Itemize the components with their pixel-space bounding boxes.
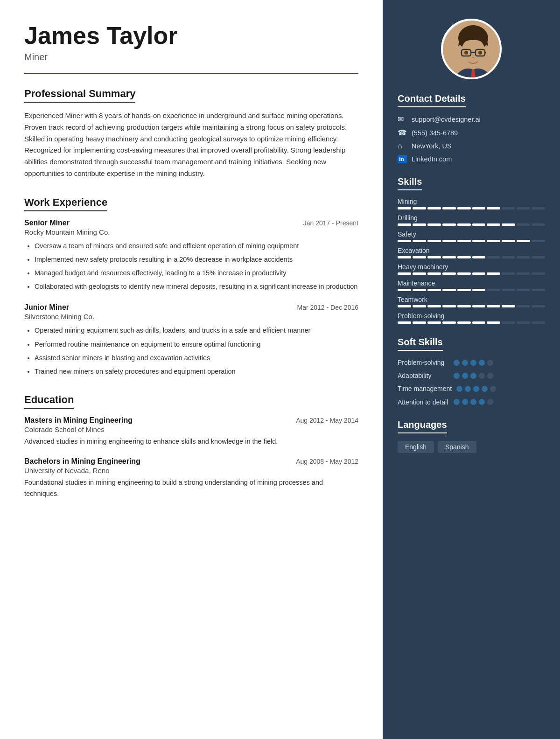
soft-skill-name: Attention to detail (398, 398, 449, 406)
edu-header-1: Bachelors in Mining Engineering Aug 2008… (24, 457, 358, 466)
languages-list: EnglishSpanish (398, 441, 545, 453)
header-divider (24, 73, 358, 74)
contact-linkedin: in LinkedIn.com (398, 155, 545, 163)
skill-segment (502, 305, 515, 307)
dots-container (454, 360, 493, 366)
edu-desc-0: Advanced studies in mining engineering t… (24, 436, 358, 447)
skill-segment (472, 321, 486, 324)
skill-item: Mining (398, 198, 545, 209)
skill-segment (398, 289, 411, 291)
edu-entry-1: Bachelors in Mining Engineering Aug 2008… (24, 457, 358, 499)
bullet-0-2: Managed budget and resources effectively… (35, 268, 358, 279)
skill-dot (479, 360, 485, 366)
skill-segment (427, 223, 441, 226)
skill-bar (398, 256, 545, 258)
skill-segment (487, 207, 500, 209)
soft-skill-item: Adaptability (398, 371, 545, 380)
contact-heading: Contact Details (398, 93, 466, 107)
soft-skills-list: Problem-solvingAdaptabilityTime manageme… (398, 358, 545, 406)
skill-segment (472, 223, 486, 226)
skill-bar (398, 272, 545, 275)
skill-segment (487, 305, 500, 307)
skill-segment (502, 289, 515, 291)
skill-segment (413, 272, 426, 275)
skill-dot (462, 373, 468, 379)
edu-school-1: University of Nevada, Reno (24, 467, 358, 474)
skill-segment (457, 289, 471, 291)
skill-segment (517, 321, 530, 324)
skill-item: Safety (398, 230, 545, 242)
skill-segment (398, 305, 411, 307)
dots-container (454, 373, 493, 379)
skill-dot (487, 360, 493, 366)
skill-bar (398, 289, 545, 291)
avatar-container (383, 0, 560, 93)
svg-point-11 (478, 51, 482, 55)
skill-segment (427, 207, 441, 209)
skill-item: Drilling (398, 214, 545, 226)
soft-skill-item: Problem-solving (398, 358, 545, 367)
skill-segment (532, 289, 545, 291)
skill-segment (413, 289, 426, 291)
skill-segment (457, 256, 471, 258)
edu-degree-1: Bachelors in Mining Engineering (24, 457, 140, 466)
phone-icon: ☎ (398, 128, 407, 137)
dots-container (456, 386, 496, 392)
skill-segment (532, 321, 545, 324)
skill-segment (398, 321, 411, 324)
skill-dot (487, 399, 493, 405)
experience-heading: Work Experience (24, 196, 107, 211)
soft-skills-heading: Soft Skills (398, 337, 443, 351)
skill-dot (490, 386, 496, 392)
skill-dot (479, 373, 485, 379)
skill-dot (470, 360, 476, 366)
skill-name: Drilling (398, 214, 545, 222)
soft-skill-item: Time management (398, 384, 545, 393)
education-heading: Education (24, 394, 74, 409)
candidate-title: Miner (24, 52, 358, 63)
skill-name: Safety (398, 230, 545, 238)
contact-location: ⌂ NewYork, US (398, 142, 545, 150)
skill-segment (413, 305, 426, 307)
skill-item: Problem-solving (398, 312, 545, 324)
skill-segment (427, 272, 441, 275)
skill-segment (487, 223, 500, 226)
skill-segment (517, 223, 530, 226)
skill-segment (442, 207, 456, 209)
education-section: Education Masters in Mining Engineering … (24, 394, 358, 499)
skill-segment (413, 223, 426, 226)
phone-value: (555) 345-6789 (412, 129, 458, 137)
job-company-0: Rocky Mountain Mining Co. (24, 228, 358, 236)
skill-segment (502, 321, 515, 324)
contact-section: Contact Details ✉ support@cvdesigner.ai … (383, 93, 560, 163)
skill-segment (472, 272, 486, 275)
skill-segment (502, 223, 515, 226)
language-tag: Spanish (438, 441, 476, 453)
skill-segment (517, 305, 530, 307)
skill-dot (479, 399, 485, 405)
skill-segment (413, 240, 426, 242)
skill-segment (487, 289, 500, 291)
skill-segment (487, 256, 500, 258)
skill-segment (398, 207, 411, 209)
edu-desc-1: Foundational studies in mining engineeri… (24, 477, 358, 499)
skill-dot (454, 360, 460, 366)
edu-degree-0: Masters in Mining Engineering (24, 416, 133, 425)
skill-dot (454, 373, 460, 379)
skill-segment (532, 256, 545, 258)
skill-segment (472, 305, 486, 307)
edu-dates-1: Aug 2008 - May 2012 (296, 458, 358, 465)
skill-segment (517, 289, 530, 291)
skill-name: Teamwork (398, 296, 545, 303)
soft-skill-item: Attention to detail (398, 398, 545, 406)
job-bullets-1: Operated mining equipment such as drills… (24, 325, 358, 377)
skills-heading: Skills (398, 176, 422, 190)
skill-segment (413, 256, 426, 258)
summary-section: Professional Summary Experienced Miner w… (24, 88, 358, 180)
skill-segment (442, 272, 456, 275)
skill-segment (532, 223, 545, 226)
job-title-0: Senior Miner (24, 219, 70, 227)
soft-skill-name: Problem-solving (398, 358, 449, 367)
job-entry-1: Junior Miner Mar 2012 - Dec 2016 Silvers… (24, 303, 358, 377)
job-header-1: Junior Miner Mar 2012 - Dec 2016 (24, 303, 358, 312)
